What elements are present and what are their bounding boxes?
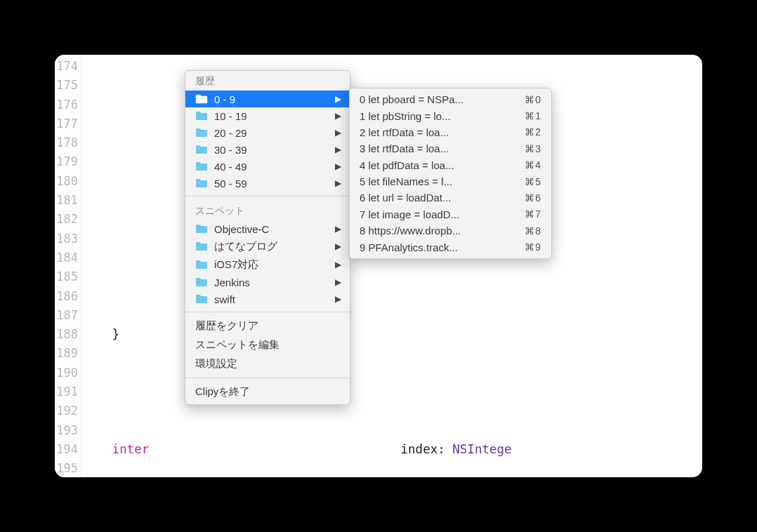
chevron-right-icon: ▶ (335, 161, 341, 171)
history-label: 0 let pboard = NSPa... (360, 93, 525, 105)
chevron-right-icon: ▶ (335, 178, 341, 188)
shortcut: ⌘5 (525, 176, 541, 187)
clear-history[interactable]: 履歴をクリア (185, 317, 350, 335)
chevron-right-icon: ▶ (335, 94, 341, 104)
edit-snippets[interactable]: スニペットを編集 (185, 335, 350, 354)
shortcut: ⌘4 (525, 159, 541, 171)
menu-label: 30 - 39 (214, 144, 335, 156)
chevron-right-icon: ▶ (335, 241, 341, 251)
menu-section-history: 履歴 (185, 71, 350, 91)
folder-icon (195, 224, 208, 234)
history-item-0[interactable]: 0 let pboard = NSPa...⌘0 (350, 91, 551, 107)
folder-icon (195, 178, 208, 188)
quit-clipy[interactable]: Clipyを終了 (185, 383, 350, 404)
shortcut: ⌘2 (525, 126, 541, 138)
history-label: 4 let pdfData = loa... (360, 159, 525, 171)
line-number: 194 (55, 440, 78, 459)
history-label: 3 let rtfData = loa... (360, 142, 525, 154)
line-number: 184 (55, 248, 78, 267)
code-text: inter (112, 442, 150, 456)
history-item-7[interactable]: 7 let image = loadD...⌘7 (350, 206, 551, 222)
folder-icon (195, 94, 208, 104)
chevron-right-icon: ▶ (335, 128, 341, 138)
line-number: 177 (55, 114, 78, 133)
snippet-ios7[interactable]: iOS7対応 ▶ (185, 255, 350, 274)
history-item-4[interactable]: 4 let pdfData = loa...⌘4 (350, 157, 551, 173)
line-number: 178 (55, 133, 78, 152)
history-item-5[interactable]: 5 let fileNames = l...⌘5 (350, 173, 551, 189)
folder-icon (195, 294, 208, 304)
line-number: 192 (55, 401, 78, 420)
chevron-right-icon: ▶ (335, 224, 341, 234)
folder-icon (195, 128, 208, 138)
folder-icon (195, 277, 208, 287)
line-number: 188 (55, 325, 78, 344)
history-range-50-59[interactable]: 50 - 59 ▶ (185, 175, 350, 192)
snippet-swift[interactable]: swift ▶ (185, 291, 350, 307)
line-number: 183 (55, 230, 78, 248)
line-gutter: 174 175 176 177 178 179 180 181 182 183 … (55, 55, 81, 477)
line-number: 181 (55, 191, 78, 210)
code-text: } (112, 327, 120, 341)
menu-separator (185, 312, 350, 312)
snippet-hatena[interactable]: はてなブログ ▶ (185, 237, 350, 255)
history-item-6[interactable]: 6 let url = loadDat...⌘6 (350, 189, 551, 206)
menu-separator (185, 196, 350, 197)
history-range-40-49[interactable]: 40 - 49 ▶ (185, 158, 350, 175)
line-number: 179 (55, 152, 78, 171)
history-label: 7 let image = loadD... (360, 208, 525, 220)
shortcut: ⌘9 (525, 241, 541, 253)
shortcut: ⌘7 (525, 208, 541, 220)
snippet-jenkins[interactable]: Jenkins ▶ (185, 274, 350, 291)
line-number: 189 (55, 344, 78, 363)
shortcut: ⌘1 (525, 110, 541, 121)
clipy-submenu: 0 let pboard = NSPa...⌘0 1 let pbString … (349, 88, 552, 259)
history-label: 6 let url = loadDat... (360, 192, 525, 204)
folder-icon (195, 145, 208, 154)
line-number: 191 (55, 383, 78, 401)
shortcut: ⌘6 (525, 192, 541, 204)
line-number: 193 (55, 421, 78, 440)
menu-label: Objective-C (214, 223, 335, 235)
code-text: NSIntege (452, 442, 511, 456)
menu-label: 50 - 59 (214, 178, 335, 189)
line-number: 180 (55, 172, 78, 191)
code-text: index: (401, 442, 453, 456)
menu-label: はてなブログ (214, 240, 335, 253)
line-number: 190 (55, 364, 78, 383)
menu-label: 40 - 49 (214, 161, 335, 173)
line-number: 175 (55, 76, 78, 95)
history-item-1[interactable]: 1 let pbString = lo...⌘1 (350, 107, 551, 124)
history-range-10-19[interactable]: 10 - 19 ▶ (185, 107, 350, 124)
line-number: 174 (55, 57, 78, 76)
history-item-9[interactable]: 9 PFAnalytics.track...⌘9 (350, 239, 551, 255)
preferences[interactable]: 環境設定 (185, 354, 350, 373)
shortcut: ⌘0 (525, 94, 541, 105)
menu-label: 0 - 9 (214, 93, 335, 105)
folder-icon (195, 111, 208, 121)
menu-label: 20 - 29 (214, 127, 335, 139)
menu-section-snippets: スニペット (185, 201, 350, 220)
chevron-right-icon: ▶ (335, 260, 341, 270)
history-range-0-9[interactable]: 0 - 9 ▶ (185, 91, 350, 107)
shortcut: ⌘8 (525, 225, 541, 237)
line-number: 187 (55, 306, 78, 325)
history-item-3[interactable]: 3 let rtfData = loa...⌘3 (350, 140, 551, 157)
chevron-right-icon: ▶ (335, 111, 341, 121)
history-item-8[interactable]: 8 https://www.dropb...⌘8 (350, 222, 551, 239)
line-number: 185 (55, 267, 78, 286)
history-label: 5 let fileNames = l... (360, 175, 525, 187)
folder-icon (195, 161, 208, 171)
history-range-30-39[interactable]: 30 - 39 ▶ (185, 141, 350, 158)
clipy-main-menu: 履歴 0 - 9 ▶ 10 - 19 ▶ 20 - 29 ▶ 30 - 39 ▶… (185, 70, 350, 405)
snippet-objective-c[interactable]: Objective-C ▶ (185, 220, 350, 237)
history-label: 1 let pbString = lo... (360, 110, 525, 122)
history-label: 9 PFAnalytics.track... (360, 241, 525, 253)
chevron-right-icon: ▶ (335, 145, 341, 154)
menu-label: Jenkins (214, 277, 335, 288)
history-label: 8 https://www.dropb... (360, 225, 525, 237)
chevron-right-icon: ▶ (335, 277, 341, 287)
history-range-20-29[interactable]: 20 - 29 ▶ (185, 124, 350, 141)
folder-icon (195, 260, 208, 270)
history-item-2[interactable]: 2 let rtfData = loa...⌘2 (350, 124, 551, 140)
